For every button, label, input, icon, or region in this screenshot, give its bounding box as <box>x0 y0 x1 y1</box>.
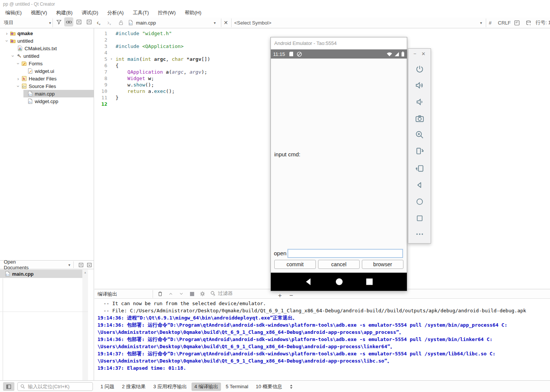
code-line[interactable]: 2 <box>94 37 210 43</box>
close-split-button[interactable] <box>85 260 94 269</box>
code-line[interactable]: 10 return a.exec(); <box>94 88 210 94</box>
line-number[interactable]: 1 <box>94 30 107 37</box>
code-line[interactable]: 11} <box>94 94 210 101</box>
pane-terminal[interactable]: 5 Terminal <box>222 383 251 390</box>
android-back-button[interactable] <box>304 278 313 286</box>
zoom-out-button[interactable]: − <box>289 292 293 299</box>
pane-summary[interactable]: 10 概要信息 <box>253 383 285 391</box>
locator-input[interactable]: 输入以定位(Ctrl+K) <box>17 382 93 391</box>
open-documents-scrollbar[interactable]: ▴ ▾ <box>82 270 88 392</box>
browser-button[interactable]: browser <box>362 260 403 269</box>
emulator-title[interactable]: Android Emulator - Tao:5554 <box>271 37 407 49</box>
tree-item-qmake[interactable]: › qmake <box>0 29 94 37</box>
chevron-down-icon[interactable]: ▾ <box>480 17 482 28</box>
code-line[interactable]: 9 w.show(); <box>94 82 210 88</box>
power-icon[interactable] <box>415 64 425 74</box>
menu-view[interactable]: 视图(V) <box>26 8 51 17</box>
chevron-down-icon[interactable]: ▾ <box>214 17 216 28</box>
menu-build[interactable]: 构建(B) <box>52 8 77 17</box>
rotate-right-icon[interactable] <box>415 163 425 173</box>
cancel-button[interactable]: cancel <box>318 260 360 269</box>
code-line[interactable]: 8 Widget w; <box>94 75 210 82</box>
code-line[interactable]: 12 <box>94 101 210 107</box>
pane-selector-dropdown[interactable]: 项目 ▾ <box>4 17 51 28</box>
volume-down-icon[interactable] <box>415 97 425 107</box>
close-document-button[interactable]: ✕ <box>224 17 228 28</box>
chevron-right-icon[interactable]: › <box>4 31 10 36</box>
code-line[interactable]: 7 QApplication a(argc, argv); <box>94 69 210 75</box>
code-line[interactable]: 3#include <QApplication> <box>94 43 210 49</box>
tree-item-source-files[interactable]: › C+ Source Files <box>0 82 94 90</box>
line-number[interactable]: 10 <box>94 88 107 94</box>
line-number[interactable]: 8 <box>94 75 107 82</box>
line-number[interactable]: 3 <box>94 43 107 49</box>
pane-updown-icon[interactable] <box>287 382 296 391</box>
pin-file-button[interactable] <box>118 17 124 28</box>
sidebar-toggle-button[interactable] <box>3 382 14 391</box>
pane-compile-output[interactable]: 4 编译输出 <box>192 383 221 391</box>
next-item-button[interactable] <box>177 289 186 298</box>
rotate-left-icon[interactable] <box>415 147 425 156</box>
chevron-right-icon[interactable]: › <box>15 76 21 82</box>
back-icon[interactable] <box>415 181 424 190</box>
zoom-icon[interactable] <box>415 130 425 140</box>
tree-item-cmakelists[interactable]: CMakeLists.txt <box>0 45 94 52</box>
nav-back-button[interactable]: ‹▾ <box>97 17 100 28</box>
chevron-down-icon[interactable]: ▾ <box>68 263 70 267</box>
code-line[interactable]: 1#include "widget.h" <box>94 30 210 37</box>
close-split-button[interactable] <box>85 17 94 26</box>
chevron-down-icon[interactable]: › <box>10 53 16 59</box>
code-line[interactable]: 5▾int main(int argc, char *argv[]) <box>94 56 210 62</box>
tree-item-widget-cpp[interactable]: C+ widget.cpp <box>0 97 94 105</box>
stop-button[interactable] <box>187 289 196 298</box>
sync-with-editor-button[interactable] <box>64 17 73 26</box>
database-icon[interactable] <box>525 17 532 28</box>
zoom-in-button[interactable]: + <box>278 292 282 299</box>
nav-forward-button[interactable]: ›▾ <box>107 17 111 28</box>
menu-debug[interactable]: 调试(D) <box>77 8 103 17</box>
fold-marker-icon[interactable]: ▾ <box>107 56 116 62</box>
line-number[interactable]: 4 <box>94 49 107 56</box>
home-icon[interactable] <box>415 197 424 206</box>
code-line[interactable]: 6{ <box>94 62 210 69</box>
line-number[interactable]: 6 <box>94 62 107 69</box>
split-button[interactable] <box>74 17 83 26</box>
open-document-main-cpp[interactable]: C+ main.cpp <box>0 270 88 278</box>
split-button[interactable] <box>77 260 85 269</box>
code-line[interactable]: 4 <box>94 49 210 56</box>
tree-item-widget-ui[interactable]: widget.ui <box>0 67 94 75</box>
chevron-down-icon[interactable]: › <box>4 38 10 44</box>
minimize-button[interactable]: − <box>414 51 417 57</box>
tree-item-forms[interactable]: › Forms <box>0 60 94 67</box>
pane-issues[interactable]: 1 问题 <box>97 383 117 391</box>
line-number[interactable]: 11 <box>94 94 107 101</box>
chevron-down-icon[interactable]: › <box>15 60 21 66</box>
menu-help[interactable]: 帮助(H) <box>180 8 206 17</box>
filter-tree-button[interactable] <box>54 17 63 26</box>
chevron-down-icon[interactable]: › <box>15 83 21 89</box>
previous-item-button[interactable] <box>166 289 175 298</box>
line-number[interactable]: 5 <box>94 56 107 62</box>
line-number[interactable]: 2 <box>94 37 107 43</box>
menu-analyze[interactable]: 分析(A) <box>103 8 128 17</box>
line-number-indicator[interactable]: 行号: 1 <box>536 17 550 28</box>
tree-item-header-files[interactable]: › h Header Files <box>0 75 94 82</box>
scroll-up-icon[interactable]: ▴ <box>82 270 88 275</box>
android-overview-button[interactable] <box>366 278 373 286</box>
pane-search[interactable]: 2 搜索结果 <box>119 383 149 391</box>
pane-app-output[interactable]: 3 应用程序输出 <box>150 383 190 391</box>
android-home-button[interactable] <box>335 278 343 286</box>
overview-icon[interactable] <box>415 214 424 223</box>
tree-item-untitled-project[interactable]: › untitled <box>0 37 94 45</box>
line-number[interactable]: 9 <box>94 82 107 88</box>
screenshot-camera-icon[interactable] <box>415 114 425 123</box>
close-button[interactable]: ✕ <box>422 51 426 57</box>
line-ending-indicator[interactable]: CRLF <box>498 17 511 28</box>
settings-gear-icon[interactable] <box>198 289 207 298</box>
doc-properties-icon[interactable] <box>514 17 520 28</box>
menu-edit[interactable]: 编辑(E) <box>1 8 26 17</box>
menu-widgets[interactable]: 控件(W) <box>153 8 180 17</box>
line-number[interactable]: 7 <box>94 69 107 75</box>
more-options-icon[interactable] <box>415 230 424 239</box>
volume-up-icon[interactable] <box>415 80 425 90</box>
